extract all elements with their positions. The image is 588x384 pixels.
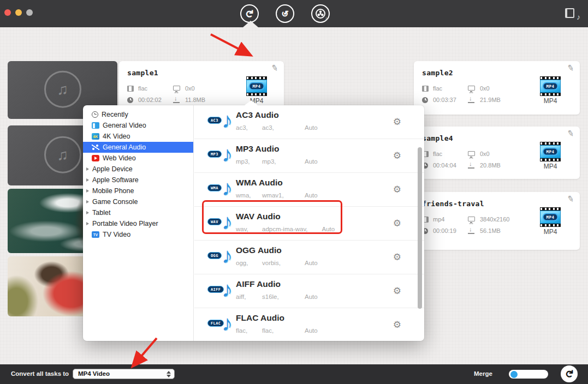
gear-icon[interactable]: ⚙ bbox=[393, 251, 401, 263]
convert-all-label: Convert all tasks to bbox=[11, 370, 69, 377]
category-item-mobile-phone[interactable]: Mobile Phone bbox=[83, 185, 193, 196]
titlebar: ↻ ↺ ♪ bbox=[0, 0, 588, 27]
bottom-bar: Convert all tasks to MP4 Video Merge ↻ bbox=[0, 364, 588, 384]
convert-arrows-icon: ↻ bbox=[563, 370, 575, 379]
popup-notch bbox=[245, 100, 258, 105]
category-item-web-video[interactable]: Web Video bbox=[83, 153, 193, 164]
merge-toggle[interactable] bbox=[509, 370, 548, 379]
gear-icon[interactable]: ⚙ bbox=[393, 319, 401, 331]
category-item-apple-software[interactable]: Apple Software bbox=[83, 175, 193, 185]
category-label: Apple Software bbox=[92, 176, 139, 184]
category-item-4k-video[interactable]: 4K 4K Video bbox=[83, 131, 193, 142]
app-window: ↻ ↺ ♪ sample1 ✎ flac 0x0 00:02:02 11.8MB… bbox=[0, 0, 588, 384]
format-icon bbox=[127, 86, 134, 92]
category-item-portable-video-player[interactable]: Portable Video Player bbox=[83, 218, 193, 229]
output-format-button[interactable]: MP4 MP4 bbox=[537, 142, 563, 170]
format-codec: flac, bbox=[262, 327, 290, 334]
traffic-lights bbox=[4, 9, 33, 16]
file-title: sample2 bbox=[422, 69, 453, 77]
output-format-label: MP4 bbox=[537, 97, 563, 105]
format-row-flac[interactable]: ♪FLAC FLAC Audio flac, flac, Auto ⚙ bbox=[194, 308, 424, 341]
audio-note-icon: ♪AIFF bbox=[207, 280, 233, 303]
category-item-recently[interactable]: Recently bbox=[83, 109, 193, 120]
category-label: Portable Video Player bbox=[92, 220, 158, 227]
gear-icon[interactable]: ⚙ bbox=[393, 150, 401, 161]
convert-button[interactable]: ↻ bbox=[561, 365, 578, 382]
category-item-general-audio[interactable]: General Audio bbox=[83, 142, 193, 153]
disclosure-triangle-icon bbox=[86, 167, 89, 171]
category-label: Mobile Phone bbox=[92, 187, 134, 195]
format-container: aiff, bbox=[236, 293, 262, 300]
format-name: OGG Audio bbox=[236, 245, 282, 255]
format-row-mp3[interactable]: ♪MP3 MP3 Audio mp3, mp3, Auto ⚙ bbox=[194, 139, 424, 173]
category-label: Recently bbox=[102, 111, 128, 118]
edit-pencil-icon[interactable]: ✎ bbox=[567, 63, 575, 74]
stepper-icon bbox=[165, 370, 172, 378]
gear-icon[interactable]: ⚙ bbox=[393, 184, 401, 195]
popup-scrollbar[interactable] bbox=[418, 147, 422, 309]
audio-note-icon: ♪MP3 bbox=[207, 145, 233, 168]
file-size: 56.1MB bbox=[480, 227, 509, 234]
format-quality: Auto bbox=[305, 293, 318, 300]
output-format-button[interactable]: MP4 MP4 bbox=[537, 76, 563, 105]
minimize-button[interactable] bbox=[15, 9, 22, 16]
category-label: 4K Video bbox=[103, 133, 130, 140]
disc-rip-icon[interactable]: ↺ bbox=[276, 4, 294, 23]
toolbar: ↻ ↺ bbox=[240, 4, 330, 23]
convert-all-dropdown[interactable]: MP4 Video bbox=[73, 369, 175, 379]
format-category-list: Recently General Video 4K 4K Video Gener… bbox=[83, 105, 194, 341]
resolution-icon bbox=[468, 86, 475, 91]
video-download-icon[interactable] bbox=[311, 4, 330, 23]
edit-pencil-icon[interactable]: ✎ bbox=[271, 63, 280, 74]
edit-pencil-icon[interactable]: ✎ bbox=[567, 128, 575, 139]
format-quality: Auto bbox=[305, 327, 318, 334]
category-label: General Video bbox=[103, 122, 146, 129]
format-details: wav, adpcm-ima-wav, Auto bbox=[236, 226, 335, 232]
format-row-wma[interactable]: ♪WMA WMA Audio wma, wmav1, Auto ⚙ bbox=[194, 173, 424, 207]
merge-label: Merge bbox=[474, 370, 492, 377]
format-details: wma, wmav1, Auto bbox=[236, 192, 318, 199]
file-format: flac bbox=[433, 151, 466, 157]
close-button[interactable] bbox=[4, 9, 11, 16]
category-item-game-console[interactable]: Game Console bbox=[83, 196, 193, 207]
edit-pencil-icon[interactable]: ✎ bbox=[567, 194, 575, 205]
file-card: sample4 ✎ flac 0x0 00:04:04 20.8MB MP4 M… bbox=[414, 127, 580, 179]
gear-icon[interactable]: ⚙ bbox=[393, 285, 401, 297]
format-row-wav[interactable]: ♪WAV WAV Audio wav, adpcm-ima-wav, Auto … bbox=[194, 207, 424, 241]
audio-note-icon: ♪OGG bbox=[207, 247, 233, 269]
disclosure-triangle-icon bbox=[86, 222, 89, 225]
format-row-ac3[interactable]: ♪AC3 AC3 Audio ac3, ac3, Auto ⚙ bbox=[194, 105, 424, 139]
zoom-button[interactable] bbox=[26, 9, 33, 16]
file-resolution: 0x0 bbox=[480, 151, 501, 157]
gear-icon[interactable]: ⚙ bbox=[393, 218, 401, 229]
file-resolution: 3840x2160 bbox=[480, 216, 509, 223]
file-title: sample1 bbox=[127, 69, 158, 77]
disclosure-triangle-icon bbox=[86, 189, 89, 193]
format-row-aiff[interactable]: ♪AIFF AIFF Audio aiff, s16le, Auto ⚙ bbox=[194, 274, 424, 308]
category-label: Web Video bbox=[103, 154, 136, 162]
mp4-film-icon: MP4 bbox=[539, 76, 562, 96]
category-item-tv-video[interactable]: TV TV Video bbox=[83, 229, 193, 240]
duration-icon bbox=[127, 97, 133, 103]
format-name: WMA Audio bbox=[236, 178, 283, 188]
format-name: FLAC Audio bbox=[236, 313, 284, 323]
format-quality: Auto bbox=[322, 226, 335, 232]
category-item-apple-device[interactable]: Apple Device bbox=[83, 164, 193, 175]
output-format-button[interactable]: MP4 MP4 bbox=[537, 207, 563, 236]
format-name: AC3 Audio bbox=[236, 110, 279, 120]
file-card: friends-traval ✎ mp4 3840x2160 00:00:19 … bbox=[414, 192, 580, 250]
format-row-ogg[interactable]: ♪OGG OGG Audio ogg, vorbis, Auto ⚙ bbox=[194, 241, 424, 274]
file-size: 20.8MB bbox=[480, 162, 501, 169]
category-item-general-video[interactable]: General Video bbox=[83, 120, 193, 131]
file-card: sample2 ✎ flac 0x0 00:03:37 21.9MB MP4 M… bbox=[414, 61, 580, 115]
format-name: AIFF Audio bbox=[236, 279, 281, 289]
convert-tab-icon[interactable]: ↻ bbox=[240, 4, 259, 23]
format-codec: mp3, bbox=[262, 158, 290, 165]
file-format: mp4 bbox=[433, 216, 466, 223]
format-codec: wmav1, bbox=[262, 192, 290, 199]
category-item-tablet[interactable]: Tablet bbox=[83, 207, 193, 218]
resolution-icon bbox=[173, 86, 180, 91]
media-edit-icon[interactable]: ♪ bbox=[565, 7, 580, 20]
gear-icon[interactable]: ⚙ bbox=[393, 116, 401, 128]
format-quality: Auto bbox=[305, 260, 318, 266]
